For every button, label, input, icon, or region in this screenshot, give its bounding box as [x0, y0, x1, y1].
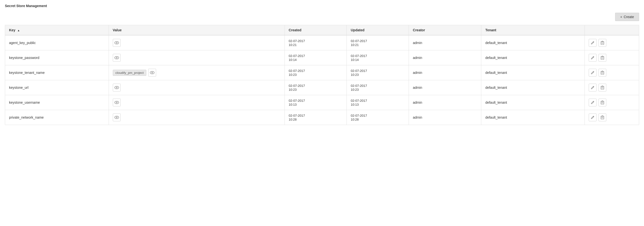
created-cell: 02-07-2017 10:13 [284, 95, 347, 110]
key-cell: keystone_tenant_name [5, 65, 109, 80]
edit-button[interactable] [589, 54, 596, 62]
edit-button[interactable] [589, 98, 596, 106]
svg-rect-23 [601, 86, 604, 89]
created-cell: 02-07-2017 10:14 [284, 50, 347, 65]
toolbar: + Create [5, 13, 639, 21]
svg-point-14 [150, 72, 154, 74]
svg-point-22 [116, 87, 117, 88]
col-header-actions [585, 25, 639, 35]
updated-cell: 02-07-2017 10:28 [347, 110, 409, 125]
tenant-cell: default_tenant [481, 65, 585, 80]
table-row: keystone_username02-07-2017 10:1302-07-2… [5, 95, 639, 110]
page-title: Secret Store Management [5, 4, 639, 8]
created-cell: 02-07-2017 10:23 [284, 80, 347, 95]
actions-cell [585, 35, 639, 50]
creator-cell: admin [409, 35, 481, 50]
key-cell: private_network_name [5, 110, 109, 125]
creator-cell: admin [409, 50, 481, 65]
secrets-table: Key ▲ Value Created Updated Creator Tena… [5, 25, 639, 125]
toggle-visibility-button[interactable] [113, 39, 121, 47]
table-header-row: Key ▲ Value Created Updated Creator Tena… [5, 25, 639, 35]
svg-point-35 [114, 116, 119, 119]
svg-point-8 [116, 57, 117, 58]
value-cell [109, 80, 284, 95]
value-cell [109, 110, 284, 125]
toggle-visibility-button[interactable] [148, 69, 156, 76]
actions-cell [585, 80, 639, 95]
delete-button[interactable] [598, 98, 606, 106]
table-row: keystone_url02-07-2017 10:2302-07-2017 1… [5, 80, 639, 95]
svg-rect-9 [601, 56, 604, 60]
creator-cell: admin [409, 65, 481, 80]
table-row: private_network_name02-07-2017 10:2802-0… [5, 110, 639, 125]
key-cell: agent_key_public [5, 35, 109, 50]
col-header-tenant: Tenant [481, 25, 585, 35]
table-wrapper: Key ▲ Value Created Updated Creator Tena… [5, 25, 639, 125]
key-cell: keystone_password [5, 50, 109, 65]
svg-rect-37 [601, 116, 604, 119]
actions-cell [585, 110, 639, 125]
sort-asc-icon: ▲ [17, 29, 20, 32]
created-cell: 02-07-2017 10:28 [284, 110, 347, 125]
col-header-key[interactable]: Key ▲ [5, 25, 109, 35]
value-cell [109, 35, 284, 50]
svg-rect-16 [601, 72, 604, 74]
value-cell [109, 95, 284, 110]
tenant-cell: default_tenant [481, 110, 585, 125]
actions-cell [585, 65, 639, 80]
creator-cell: admin [409, 110, 481, 125]
delete-button[interactable] [598, 69, 606, 76]
table-row: agent_key_public02-07-2017 10:2102-07-20… [5, 35, 639, 50]
updated-cell: 02-07-2017 10:21 [347, 35, 409, 50]
svg-rect-2 [601, 42, 604, 44]
svg-point-1 [116, 42, 117, 44]
key-cell: keystone_url [5, 80, 109, 95]
actions-cell [585, 95, 639, 110]
svg-point-15 [152, 72, 153, 74]
toggle-visibility-button[interactable] [113, 84, 121, 92]
svg-point-0 [114, 42, 119, 44]
tenant-cell: default_tenant [481, 35, 585, 50]
toggle-visibility-button[interactable] [113, 98, 121, 106]
creator-cell: admin [409, 80, 481, 95]
updated-cell: 02-07-2017 10:14 [347, 50, 409, 65]
toggle-visibility-button[interactable] [113, 54, 121, 62]
svg-point-28 [114, 101, 119, 104]
svg-point-7 [114, 56, 119, 59]
edit-button[interactable] [589, 69, 596, 76]
value-cell [109, 50, 284, 65]
value-text: cloudify_pm_project [113, 70, 146, 76]
key-cell: keystone_username [5, 95, 109, 110]
toggle-visibility-button[interactable] [113, 114, 121, 121]
edit-button[interactable] [589, 39, 596, 47]
delete-button[interactable] [598, 84, 606, 92]
col-header-updated: Updated [347, 25, 409, 35]
updated-cell: 02-07-2017 10:23 [347, 80, 409, 95]
delete-button[interactable] [598, 54, 606, 62]
value-cell: cloudify_pm_project [109, 65, 284, 80]
actions-cell [585, 50, 639, 65]
page-container: Secret Store Management + Create Key ▲ V… [0, 0, 644, 226]
tenant-cell: default_tenant [481, 80, 585, 95]
updated-cell: 02-07-2017 10:13 [347, 95, 409, 110]
edit-button[interactable] [589, 114, 596, 121]
col-header-created: Created [284, 25, 347, 35]
updated-cell: 02-07-2017 10:23 [347, 65, 409, 80]
table-row: keystone_password02-07-2017 10:1402-07-2… [5, 50, 639, 65]
create-button[interactable]: + Create [615, 13, 639, 21]
svg-rect-30 [601, 101, 604, 104]
created-cell: 02-07-2017 10:23 [284, 65, 347, 80]
delete-button[interactable] [598, 39, 606, 47]
edit-button[interactable] [589, 84, 596, 92]
col-header-value: Value [109, 25, 284, 35]
created-cell: 02-07-2017 10:21 [284, 35, 347, 50]
tenant-cell: default_tenant [481, 95, 585, 110]
create-label: Create [624, 15, 634, 19]
table-row: keystone_tenant_namecloudify_pm_project0… [5, 65, 639, 80]
svg-point-29 [116, 102, 117, 103]
svg-point-21 [114, 86, 119, 89]
creator-cell: admin [409, 95, 481, 110]
delete-button[interactable] [598, 114, 606, 121]
tenant-cell: default_tenant [481, 50, 585, 65]
svg-point-36 [116, 117, 117, 118]
